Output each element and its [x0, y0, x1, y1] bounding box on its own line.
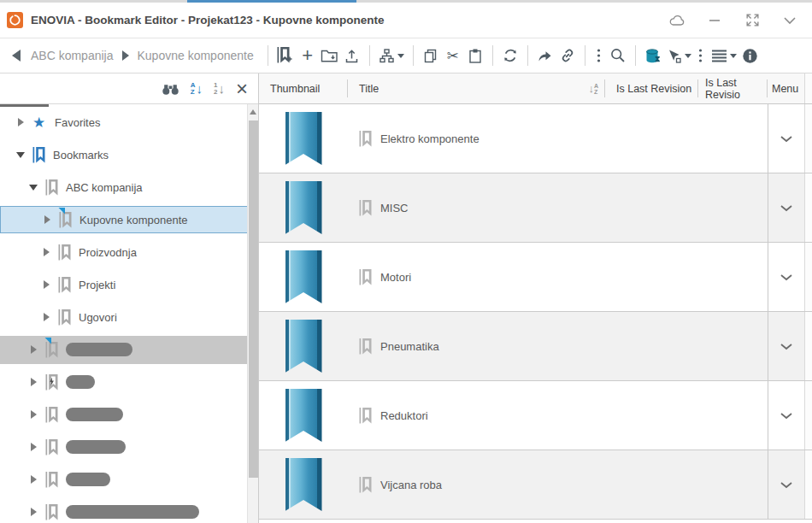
expand-arrow-icon[interactable]	[28, 443, 38, 451]
cloud-icon[interactable]	[668, 12, 685, 29]
table-row[interactable]: Elektro komponente	[259, 104, 812, 173]
thumbnail-cell	[259, 173, 348, 242]
expand-arrow-icon[interactable]	[28, 345, 38, 354]
more-options-button[interactable]	[693, 44, 709, 67]
tree-item-abc-kompanija[interactable]: ABC kompanija	[0, 171, 248, 203]
bookmark-icon	[58, 277, 71, 293]
row-menu-button[interactable]	[768, 173, 804, 242]
grid-scrollbar[interactable]	[804, 243, 812, 311]
link-button[interactable]	[556, 44, 579, 67]
tree-item-label: Projekti	[79, 279, 115, 291]
sort-alphabetical-icon[interactable]: AZ↓	[191, 82, 203, 96]
column-header-thumbnail[interactable]: Thumbnail	[259, 73, 348, 103]
fullscreen-icon[interactable]	[744, 12, 761, 29]
tree-item-redacted[interactable]	[0, 336, 248, 364]
tree-item-redacted[interactable]	[0, 431, 248, 463]
row-menu-button[interactable]	[768, 312, 804, 380]
tree-item-bookmarks[interactable]: Bookmarks	[0, 138, 248, 171]
bookmark-icon	[45, 439, 58, 455]
column-header-menu[interactable]: Menu	[768, 73, 804, 103]
grid-body: Elektro komponente MISC	[259, 104, 812, 523]
bookmark-icon	[45, 472, 58, 488]
is-last-revision-cell-2	[698, 243, 768, 311]
grid-scrollbar[interactable]	[804, 450, 812, 519]
tree-scrollbar[interactable]	[247, 104, 258, 523]
upload-icon[interactable]	[341, 44, 363, 67]
row-menu-button[interactable]	[768, 104, 804, 173]
is-last-revision-cell	[605, 381, 698, 450]
add-bookmark-button[interactable]	[274, 44, 297, 67]
expand-arrow-icon[interactable]	[28, 378, 38, 386]
refresh-button[interactable]	[499, 44, 521, 67]
tree-item-redacted[interactable]	[0, 463, 248, 496]
tree-item-kupovne-komponente[interactable]: Kupovne komponente	[0, 206, 248, 233]
search-button[interactable]	[607, 44, 629, 67]
scrollbar-thumb[interactable]	[249, 120, 258, 478]
info-button[interactable]	[739, 44, 762, 67]
folder-import-icon[interactable]	[319, 44, 341, 67]
close-panel-icon[interactable]: ×	[236, 80, 248, 97]
view-options-button[interactable]	[709, 44, 739, 67]
collapse-arrow-icon[interactable]	[15, 152, 26, 158]
tree-item-favorites[interactable]: ★ Favorites	[0, 106, 248, 138]
expand-arrow-icon[interactable]	[41, 313, 51, 321]
column-header-is-last-revision[interactable]: Is Last Revision	[605, 73, 698, 103]
toolbar-divider	[369, 45, 370, 66]
thumbnail-cell	[259, 381, 348, 450]
breadcrumb-current[interactable]: Kupovne komponente	[138, 49, 254, 62]
table-row[interactable]: Pneumatika	[259, 312, 812, 381]
table-row[interactable]: Vijcana roba	[259, 450, 812, 520]
grid-scrollbar[interactable]	[804, 173, 812, 242]
expand-structure-button[interactable]	[376, 44, 407, 67]
tree-item-projekti[interactable]: Projekti	[0, 268, 248, 301]
grid-scrollbar[interactable]	[804, 104, 812, 173]
find-icon[interactable]	[162, 81, 179, 97]
title-cell: Motori	[348, 243, 605, 311]
row-title: Vijcana roba	[380, 479, 442, 491]
dropdown-caret-icon	[685, 54, 691, 58]
scroll-up-icon[interactable]	[250, 109, 256, 115]
collapse-arrow-icon[interactable]	[28, 185, 38, 191]
expand-arrow-icon[interactable]	[28, 410, 38, 419]
more-options-button[interactable]	[591, 44, 607, 67]
paste-button[interactable]	[464, 44, 486, 67]
bookmark-thumbnail-icon	[285, 389, 322, 442]
minimize-icon[interactable]	[706, 12, 723, 29]
bookmark-tree-panel: AZ↓ 12↓ × ★ Favorites Bookmarks	[0, 73, 259, 523]
breadcrumb-parent[interactable]: ABC kompanija	[31, 49, 114, 62]
row-menu-button[interactable]	[768, 450, 804, 519]
expand-arrow-icon[interactable]	[15, 118, 26, 126]
copy-button[interactable]	[420, 44, 442, 67]
thumbnail-cell	[259, 450, 348, 519]
table-row[interactable]: MISC	[259, 173, 812, 243]
selection-mode-button[interactable]	[664, 44, 693, 67]
grid-scrollbar[interactable]	[804, 381, 812, 450]
tree-item-redacted[interactable]	[0, 366, 248, 398]
collapse-chevron-icon[interactable]	[781, 12, 798, 29]
breadcrumb-back-icon[interactable]	[12, 50, 21, 62]
column-header-is-last-revision-2[interactable]: Is Last Revisio	[698, 73, 768, 103]
sort-numeric-icon[interactable]: 12↓	[214, 82, 225, 96]
table-row[interactable]: Reduktori	[259, 381, 812, 450]
cut-button[interactable]: ✂	[442, 44, 464, 67]
add-button[interactable]: +	[297, 44, 319, 67]
share-button[interactable]	[534, 44, 556, 67]
sort-ascending-icon[interactable]: ↓AZ	[588, 82, 598, 95]
redacted-label	[66, 343, 132, 356]
tree-item-redacted[interactable]	[0, 398, 248, 431]
expand-arrow-icon[interactable]	[28, 508, 38, 516]
tree-item-proizvodnja[interactable]: Proizvodnja	[0, 236, 248, 268]
database-status-icon[interactable]	[642, 44, 664, 67]
expand-arrow-icon[interactable]	[42, 215, 52, 224]
grid-scrollbar[interactable]	[804, 312, 812, 380]
expand-arrow-icon[interactable]	[41, 248, 51, 256]
row-menu-button[interactable]	[768, 243, 804, 311]
table-row[interactable]: Motori	[259, 243, 812, 312]
column-header-title[interactable]: Title ↓AZ	[348, 73, 605, 103]
is-last-revision-cell-2	[698, 312, 768, 380]
tree-item-ugovori[interactable]: Ugovori	[0, 301, 248, 333]
expand-arrow-icon[interactable]	[28, 475, 38, 484]
row-menu-button[interactable]	[768, 381, 804, 450]
expand-arrow-icon[interactable]	[41, 280, 51, 289]
tree-item-redacted[interactable]	[0, 496, 248, 523]
